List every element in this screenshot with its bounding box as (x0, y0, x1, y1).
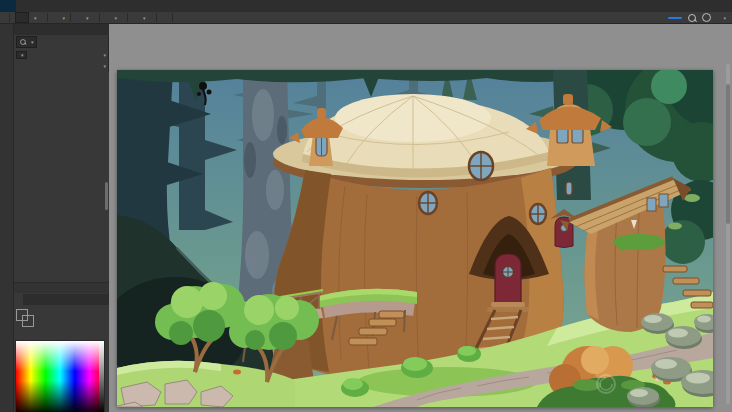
chevron-down-icon[interactable]: ▾ (103, 52, 106, 58)
chevron-down-icon[interactable]: ▾ (86, 15, 89, 21)
grayscale-ramp[interactable] (99, 341, 104, 412)
canvas-vertical-scrollbar[interactable] (726, 64, 730, 404)
menu-bar (0, 0, 732, 12)
layers-footer-bar (13, 282, 109, 293)
layer-filter-kind[interactable]: ▾ (16, 36, 37, 48)
divider (172, 13, 173, 22)
share-button[interactable] (668, 17, 682, 19)
tab-color[interactable] (13, 294, 23, 305)
layer-list (13, 72, 109, 281)
photoshop-logo (0, 0, 16, 12)
layers-scrollbar[interactable] (105, 182, 108, 210)
divider (156, 13, 157, 22)
divider (47, 13, 48, 22)
chevron-down-icon[interactable]: ▾ (723, 15, 726, 21)
tool-bar (0, 24, 14, 412)
color-panel-header (13, 294, 109, 305)
divider (127, 13, 128, 22)
options-bar: ▾ ▾ ▾ ▾ ▾ ▾ (0, 12, 732, 24)
blend-mode-select[interactable]: ▾ (16, 51, 27, 59)
chevron-down-icon[interactable]: ▾ (63, 15, 66, 21)
chevron-down-icon: ▾ (31, 39, 34, 45)
search-icon[interactable] (688, 14, 696, 22)
panel-menu-icon[interactable] (106, 294, 109, 305)
lock-row: ▾ (13, 61, 109, 71)
chevron-down-icon: ▾ (21, 52, 24, 58)
left-panel-dock: ▾ ▾ ▾ ▾ (13, 24, 109, 412)
canvas-area (110, 24, 732, 412)
color-spectrum-picker[interactable] (15, 340, 105, 412)
panel-tabs (13, 24, 109, 35)
photoshop-window: ▾ ▾ ▾ ▾ ▾ ▾ (0, 0, 732, 412)
chevron-down-icon[interactable]: ▾ (115, 15, 118, 21)
chevron-down-icon[interactable]: ▾ (34, 15, 37, 21)
document-canvas[interactable] (117, 70, 713, 407)
scrollbar-thumb[interactable] (726, 84, 730, 224)
divider (9, 13, 10, 22)
search-icon (20, 39, 26, 45)
divider (70, 13, 71, 22)
chevron-down-icon[interactable]: ▾ (103, 63, 106, 69)
help-icon[interactable] (702, 13, 711, 22)
foreground-color-swatch[interactable] (16, 309, 28, 321)
chevron-down-icon[interactable]: ▾ (143, 15, 146, 21)
divider (99, 13, 100, 22)
layer-filter-row: ▾ (13, 36, 109, 48)
blend-mode-row: ▾ ▾ (13, 49, 109, 60)
color-swatches (16, 309, 34, 327)
color-panel (13, 294, 109, 412)
painting-treehouse (117, 70, 713, 407)
brush-preset-picker[interactable] (15, 12, 29, 23)
